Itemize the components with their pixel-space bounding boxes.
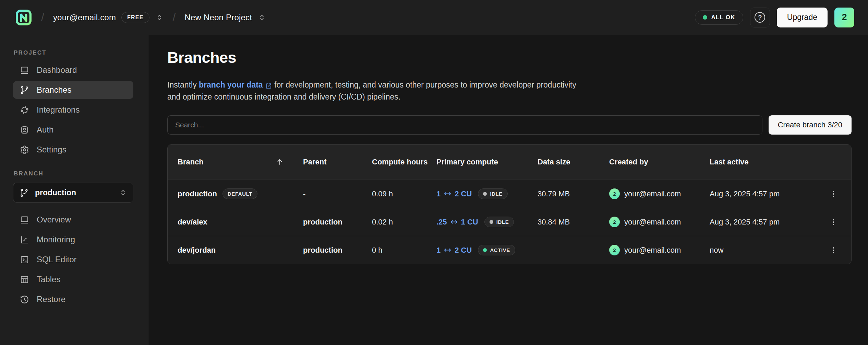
parent-branch: - [303, 189, 305, 198]
chevron-up-down-icon [257, 13, 266, 22]
compute-state-badge: IDLE [484, 217, 514, 227]
data-size: 30.84 MB [538, 218, 570, 227]
branch-name: dev/alex [178, 218, 207, 227]
neon-logo[interactable] [15, 9, 32, 26]
upgrade-button[interactable]: Upgrade [777, 8, 828, 27]
breadcrumb-slash: / [171, 11, 178, 24]
table-header-row: Branch Parent Compute hours Primary comp… [168, 145, 851, 180]
plan-badge: FREE [121, 12, 149, 23]
branch-name: dev/jordan [178, 246, 216, 255]
row-menu-button[interactable] [827, 243, 840, 257]
column-header-branch[interactable]: Branch [168, 157, 303, 167]
sidebar-item-label: Restore [37, 295, 65, 304]
sidebar-item-label: Tables [37, 275, 60, 284]
sidebar-item-restore[interactable]: Restore [13, 290, 133, 308]
compute-hours: 0.02 h [372, 218, 393, 227]
sidebar-item-label: Integrations [37, 105, 80, 115]
sidebar-item-dashboard[interactable]: Dashboard [13, 61, 133, 79]
branch-selector-dropdown[interactable]: production [13, 183, 133, 203]
git-branch-icon [20, 188, 29, 197]
project-section-label: PROJECT [14, 49, 148, 56]
parent-branch: production [303, 218, 342, 227]
creator-email: your@email.com [624, 189, 681, 198]
sidebar-item-branches[interactable]: Branches [13, 81, 133, 99]
kebab-menu-icon [829, 218, 838, 227]
create-branch-button[interactable]: Create branch 3/20 [769, 115, 852, 135]
column-header-compute-hours: Compute hours [372, 157, 436, 167]
auth-user-badge-icon [20, 125, 29, 135]
sidebar-item-label: SQL Editor [37, 255, 77, 264]
question-mark-icon: ? [755, 12, 765, 23]
column-header-parent: Parent [303, 157, 372, 167]
column-header-data-size: Data size [538, 157, 609, 167]
sidebar-item-overview[interactable]: Overview [13, 211, 133, 229]
sidebar-item-auth[interactable]: Auth [13, 121, 133, 139]
project-name: New Neon Project [184, 13, 252, 22]
git-branch-icon [20, 85, 29, 95]
chevron-up-down-icon [155, 13, 164, 22]
state-dot-icon [490, 220, 493, 224]
breadcrumb-slash: / [39, 11, 46, 24]
sidebar-item-sql-editor[interactable]: SQL Editor [13, 251, 133, 268]
sidebar-item-label: Auth [37, 125, 53, 135]
table-row-dev-jordan[interactable]: dev/jordan production 0 h 1 2 CU ACTIVE [168, 236, 851, 264]
system-status-pill[interactable]: ALL OK [695, 10, 743, 25]
branch-your-data-link[interactable]: branch your data [199, 79, 272, 91]
chevron-up-down-icon [119, 188, 128, 197]
column-header-created-by: Created by [609, 157, 710, 167]
main-content: Branches Instantly branch your data for … [148, 35, 868, 345]
branch-controls: Create branch 3/20 [167, 115, 852, 135]
gear-icon [20, 145, 29, 154]
row-menu-button[interactable] [827, 215, 840, 229]
table-grid-icon [20, 275, 29, 284]
table-row-production[interactable]: production DEFAULT - 0.09 h 1 2 CU IDLE [168, 180, 851, 208]
autoscale-arrow-icon [444, 246, 451, 254]
avatar: 2 [609, 245, 620, 255]
sort-ascending-icon [276, 158, 284, 166]
sql-terminal-icon [20, 255, 29, 264]
page-description: Instantly branch your data for developme… [167, 79, 682, 103]
restore-history-icon [20, 295, 29, 304]
data-size: 30.79 MB [538, 189, 570, 198]
help-button[interactable]: ? [750, 8, 770, 27]
compute-size-link[interactable]: .25 1 CU [436, 218, 478, 227]
header-actions: ALL OK ? Upgrade 2 [695, 8, 854, 27]
autoscale-arrow-icon [444, 190, 451, 198]
account-email: your@email.com [53, 13, 116, 22]
sidebar-item-tables[interactable]: Tables [13, 271, 133, 288]
sidebar-item-monitoring[interactable]: Monitoring [13, 231, 133, 249]
kebab-menu-icon [829, 189, 838, 198]
sidebar-item-label: Settings [37, 145, 67, 154]
branches-table: Branch Parent Compute hours Primary comp… [167, 144, 852, 264]
state-dot-icon [483, 248, 487, 252]
autoscale-arrow-icon [450, 218, 458, 226]
row-menu-button[interactable] [827, 187, 840, 201]
avatar: 2 [609, 188, 620, 199]
sidebar-item-integrations[interactable]: Integrations [13, 101, 133, 119]
search-input[interactable] [167, 115, 762, 135]
sidebar-item-settings[interactable]: Settings [13, 141, 133, 159]
compute-size-link[interactable]: 1 2 CU [436, 189, 472, 198]
compute-state-badge: ACTIVE [478, 245, 515, 255]
external-link-icon [265, 82, 272, 90]
project-selector[interactable]: New Neon Project [184, 13, 266, 22]
default-badge: DEFAULT [222, 188, 257, 199]
branch-name: production [178, 189, 217, 198]
last-active: Aug 3, 2025 4:57 pm [710, 218, 780, 227]
column-header-primary-compute: Primary compute [436, 157, 538, 167]
table-row-dev-alex[interactable]: dev/alex production 0.02 h .25 1 CU IDLE… [168, 208, 851, 236]
state-dot-icon [483, 192, 487, 196]
monitoring-chart-icon [20, 235, 29, 244]
column-header-last-active: Last active [710, 157, 827, 167]
sidebar-item-label: Overview [37, 215, 71, 225]
description-text: and optimize continuous integration and … [167, 92, 400, 101]
selected-branch-name: production [35, 188, 76, 197]
creator-email: your@email.com [624, 246, 681, 255]
org-selector[interactable]: your@email.com FREE [53, 12, 164, 23]
notifications-button[interactable]: 2 [834, 8, 854, 27]
compute-size-link[interactable]: 1 2 CU [436, 246, 472, 255]
description-text: Instantly [167, 80, 199, 89]
last-active: Aug 3, 2025 4:57 pm [710, 189, 780, 198]
page-title: Branches [167, 49, 852, 67]
overview-icon [20, 215, 29, 225]
